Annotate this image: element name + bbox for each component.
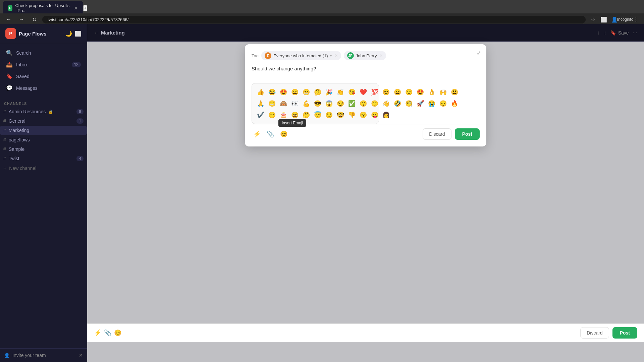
- emoji-cell[interactable]: 😭: [426, 98, 437, 109]
- search-icon: 🔍: [6, 50, 13, 56]
- invite-close-icon[interactable]: ✕: [79, 353, 83, 358]
- emoji-cell[interactable]: ✔️: [255, 110, 266, 120]
- emoji-cell[interactable]: 😎: [312, 98, 323, 109]
- channel-sample[interactable]: # Sample: [0, 144, 87, 154]
- moon-icon[interactable]: 🌙: [65, 31, 72, 37]
- emoji-cell[interactable]: 🔥: [449, 98, 460, 109]
- everyone-tag-chip[interactable]: E Everyone who interacted (1) ▾ ✕: [261, 51, 341, 60]
- emoji-cell[interactable]: 😶: [267, 110, 277, 120]
- emoji-cell[interactable]: 👏: [335, 87, 346, 98]
- channel-marketing-label: Marketing: [9, 128, 29, 133]
- emoji-cell[interactable]: 🎉: [324, 87, 334, 98]
- emoji-cell[interactable]: 😀: [289, 87, 300, 98]
- reload-button[interactable]: ↻: [30, 15, 39, 24]
- browser-tab[interactable]: P Check proposals for Upsells · Pa... ✕: [3, 1, 83, 15]
- emoji-cell[interactable]: 😄: [392, 87, 403, 98]
- back-button[interactable]: ←: [4, 15, 13, 24]
- emoji-cell[interactable]: 😏: [335, 98, 346, 109]
- emoji-cell[interactable]: 😍: [415, 87, 426, 98]
- emoji-cell[interactable]: 😱: [324, 98, 334, 109]
- emoji-cell[interactable]: 🤔: [301, 110, 312, 120]
- emoji-cell[interactable]: 👌: [426, 87, 437, 98]
- extensions-icon[interactable]: ⬜: [600, 15, 608, 23]
- emoji-cell[interactable]: 🙌: [438, 87, 448, 98]
- emoji-cell[interactable]: 🙈: [278, 98, 289, 109]
- emoji-cell[interactable]: ✅: [346, 98, 357, 109]
- forward-button[interactable]: →: [17, 15, 26, 24]
- emoji-cell[interactable]: 😁: [301, 87, 312, 98]
- sidebar-item-saved[interactable]: 🔖 Saved: [3, 71, 84, 82]
- emoji-cell[interactable]: 😗: [358, 98, 369, 109]
- sidebar-item-messages[interactable]: 💬 Messages: [3, 82, 84, 94]
- lightning-toolbar-btn[interactable]: ⚡: [252, 129, 262, 139]
- tab-bar: P Check proposals for Upsells · Pa... ✕ …: [0, 0, 644, 13]
- emoji-cell[interactable]: 😙: [369, 98, 380, 109]
- emoji-cell[interactable]: 😘: [346, 87, 357, 98]
- bookmark-icon[interactable]: ☆: [589, 15, 597, 23]
- emoji-cell[interactable]: 😏: [324, 110, 334, 120]
- menu-icon[interactable]: ⋮: [632, 15, 640, 23]
- bottom-attachment-icon[interactable]: 📎: [104, 329, 111, 337]
- emoji-cell[interactable]: 👎: [346, 110, 357, 120]
- new-tab-button[interactable]: +: [83, 5, 87, 11]
- emoji-cell[interactable]: 😂: [267, 87, 277, 98]
- emoji-cell[interactable]: 😛: [369, 110, 380, 120]
- bottom-lightning-icon[interactable]: ⚡: [94, 329, 101, 337]
- channel-twist[interactable]: # Twist 4: [0, 154, 87, 163]
- emoji-grid: 👍😂😍😀😁🤔🎉👏😘❤️💯😊😄🙂😍👌🙌😃🙏😬🙈👀💪😎😱😏✅😗😙👋🤣🧐🚀😭😌🔥✔️😶…: [255, 87, 375, 120]
- emoji-cell[interactable]: 😃: [449, 87, 460, 98]
- user-tag-close[interactable]: ✕: [379, 53, 383, 58]
- sidebar-nav: 🔍 Search 📥 Inbox 12 🔖 Saved 💬 Messages: [0, 43, 87, 98]
- emoji-cell[interactable]: 😬: [267, 98, 277, 109]
- user-tag-chip[interactable]: JP John Perry ✕: [344, 51, 386, 60]
- emoji-cell[interactable]: 😍: [278, 87, 289, 98]
- emoji-cell[interactable]: 💯: [369, 87, 380, 98]
- tab-close-button[interactable]: ✕: [74, 5, 78, 11]
- bottom-discard-button[interactable]: Discard: [580, 327, 609, 339]
- browser-chrome: P Check proposals for Upsells · Pa... ✕ …: [0, 0, 644, 24]
- compose-message-text[interactable]: Should we change anything?: [252, 66, 480, 79]
- emoji-cell[interactable]: 😇: [312, 110, 323, 120]
- emoji-cell[interactable]: 👍: [255, 87, 266, 98]
- everyone-tag-close[interactable]: ✕: [334, 53, 338, 58]
- emoji-cell[interactable]: 🤣: [392, 98, 403, 109]
- emoji-cell[interactable]: 🎂: [278, 110, 289, 120]
- emoji-cell[interactable]: 🙏: [255, 98, 266, 109]
- emoji-cell[interactable]: 👩: [381, 110, 391, 120]
- address-bar[interactable]: [42, 16, 586, 23]
- attachment-toolbar-btn[interactable]: 📎: [265, 129, 276, 139]
- discard-button[interactable]: Discard: [423, 128, 451, 140]
- emoji-cell[interactable]: 🤔: [312, 87, 323, 98]
- incognito-label: Incognito: [621, 15, 629, 23]
- emoji-cell[interactable]: 👀: [289, 98, 300, 109]
- emoji-cell[interactable]: 😙: [358, 110, 369, 120]
- emoji-cell[interactable]: 💪: [301, 98, 312, 109]
- bottom-post-button[interactable]: Post: [612, 327, 637, 339]
- emoji-toolbar-btn[interactable]: 😊 Insert Emoji: [278, 129, 289, 139]
- sidebar-item-search[interactable]: 🔍 Search: [3, 47, 84, 58]
- emoji-cell[interactable]: 🚀: [415, 98, 426, 109]
- invite-team-button[interactable]: 👤 Invite your team ✕: [4, 353, 83, 358]
- emoji-cell[interactable]: 🤓: [335, 110, 346, 120]
- emoji-cell[interactable]: 🧐: [404, 98, 414, 109]
- emoji-cell[interactable]: 😆: [289, 110, 300, 120]
- channel-general[interactable]: # General 1: [0, 116, 87, 126]
- emoji-picker: 👍😂😍😀😁🤔🎉👏😘❤️💯😊😄🙂😍👌🙌😃🙏😬🙈👀💪😎😱😏✅😗😙👋🤣🧐🚀😭😌🔥✔️😶…: [252, 83, 379, 124]
- emoji-cell[interactable]: 🙂: [404, 87, 414, 98]
- new-channel-button[interactable]: + New channel: [0, 163, 87, 173]
- channel-pageflows[interactable]: # pageflows: [0, 135, 87, 144]
- emoji-cell[interactable]: 😊: [381, 87, 391, 98]
- emoji-cell[interactable]: 😌: [438, 98, 448, 109]
- channel-marketing[interactable]: # Marketing: [0, 126, 87, 135]
- layout-icon[interactable]: ⬜: [75, 31, 82, 37]
- messages-icon: 💬: [6, 85, 13, 91]
- bottom-emoji-icon[interactable]: 😊: [114, 329, 121, 337]
- expand-icon[interactable]: ⤢: [477, 50, 481, 56]
- tab-favicon: P: [8, 5, 12, 11]
- emoji-cell[interactable]: 👋: [381, 98, 391, 109]
- sidebar-item-inbox[interactable]: 📥 Inbox 12: [3, 59, 84, 70]
- channel-admin-resources[interactable]: # Admin Resources 🔒 8: [0, 107, 87, 116]
- emoji-cell[interactable]: ❤️: [358, 87, 369, 98]
- post-button[interactable]: Post: [455, 128, 480, 140]
- sidebar-header: P Page Flows 🌙 ⬜: [0, 24, 87, 43]
